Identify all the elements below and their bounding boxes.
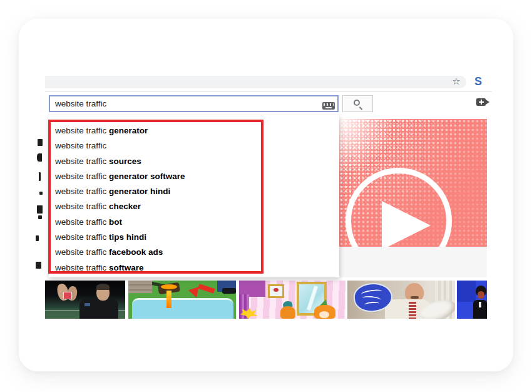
suggestion-prefix: website traffic xyxy=(55,187,106,196)
page-fragment xyxy=(36,235,39,241)
art-shape xyxy=(411,296,419,299)
page-fragment xyxy=(39,192,43,195)
art-shape xyxy=(457,281,476,302)
suggestion-prefix: website traffic xyxy=(55,217,106,227)
suggestion-item[interactable]: website traffic tips hindi xyxy=(49,230,339,245)
art-shape xyxy=(132,298,233,319)
art-shape xyxy=(222,288,236,294)
play-button-triangle xyxy=(382,201,431,247)
chrome-divider xyxy=(45,91,492,92)
suggestion-completion: tips hindi xyxy=(106,232,146,242)
suggestion-completion: generator xyxy=(106,126,148,135)
suggestion-completion: sources xyxy=(106,157,141,166)
hero-halftone-image xyxy=(339,119,487,247)
suggestion-completion: generator software xyxy=(106,172,185,181)
suggestion-prefix: website traffic xyxy=(55,141,106,150)
search-icon xyxy=(354,100,360,106)
art-shape xyxy=(166,291,171,308)
suggestion-completion: software xyxy=(106,263,143,272)
suggestion-item[interactable]: website traffic generator xyxy=(49,123,339,138)
page-fragment xyxy=(37,153,42,162)
art-shape xyxy=(96,284,110,290)
suggestion-item[interactable]: website traffic software xyxy=(49,260,339,276)
suggestion-completion: bot xyxy=(106,217,122,227)
art-shape xyxy=(479,302,481,307)
art-shape xyxy=(409,302,416,319)
suggestion-prefix: website traffic xyxy=(55,232,106,242)
video-thumbnail[interactable] xyxy=(239,281,345,319)
suggestion-prefix: website traffic xyxy=(55,126,106,135)
red-arrow-annotation xyxy=(187,285,198,298)
suggestion-prefix: website traffic xyxy=(55,263,106,272)
suggestion-prefix: website traffic xyxy=(55,172,106,181)
suggestion-item[interactable]: website traffic checker xyxy=(49,199,339,214)
art-shape xyxy=(79,299,118,319)
suggestion-completion: checker xyxy=(106,202,141,211)
art-shape xyxy=(161,284,177,289)
suggestion-item[interactable]: website traffic sources xyxy=(49,154,339,169)
red-arrow-annotation xyxy=(198,284,215,294)
keyboard-icon[interactable] xyxy=(322,102,335,110)
camera-lens xyxy=(486,100,489,105)
art-shape xyxy=(319,311,329,318)
suggestion-item[interactable]: website traffic generator software xyxy=(49,169,339,184)
suggestion-prefix: website traffic xyxy=(55,202,106,211)
suggestion-item[interactable]: website traffic generator hindi xyxy=(49,184,339,199)
suggestion-prefix: website traffic xyxy=(55,157,106,166)
art-shape xyxy=(280,306,295,319)
suggestion-item[interactable]: website traffic xyxy=(49,138,339,153)
suggestion-completion: generator hindi xyxy=(106,187,170,196)
create-video-icon[interactable] xyxy=(476,97,490,107)
suggestion-prefix: website traffic xyxy=(55,247,106,257)
hero-image-base-strip xyxy=(339,247,487,277)
suggestion-completion: facebook ads xyxy=(106,247,163,257)
suggestion-item[interactable]: website traffic facebook ads xyxy=(49,245,339,260)
page-fragment xyxy=(39,172,41,181)
page-fragment xyxy=(38,139,43,146)
search-button[interactable] xyxy=(342,95,373,112)
page-fragment xyxy=(36,262,41,269)
page-fragment xyxy=(38,215,42,219)
video-thumbnail[interactable] xyxy=(457,281,487,319)
suggestion-item[interactable]: website traffic bot xyxy=(49,215,339,230)
video-thumbnail[interactable] xyxy=(45,281,125,319)
page-fragment xyxy=(37,205,43,214)
search-input[interactable] xyxy=(49,95,339,112)
art-shape xyxy=(128,281,152,293)
browser-extension-icon[interactable]: S xyxy=(471,75,485,88)
art-shape xyxy=(63,292,72,299)
bookmark-star-icon[interactable]: ☆ xyxy=(450,75,463,88)
video-thumbnail[interactable] xyxy=(128,281,236,319)
art-shape xyxy=(84,303,90,306)
video-thumbnail[interactable] xyxy=(347,281,455,319)
art-shape xyxy=(478,291,484,299)
browser-address-bar[interactable] xyxy=(45,76,466,88)
plus-glyph xyxy=(481,100,482,105)
screenshot-stage: ☆ S xyxy=(0,0,532,392)
art-shape xyxy=(268,284,284,298)
search-suggestions-dropdown: website traffic generator website traffi… xyxy=(49,115,339,277)
